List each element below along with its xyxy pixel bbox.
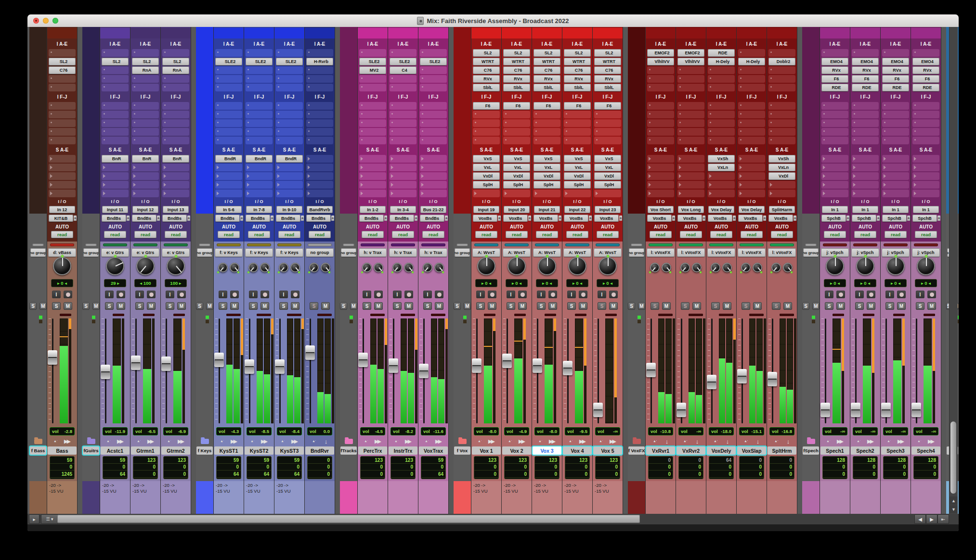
send-button[interactable]: VxS (503, 155, 530, 163)
scroll-menu-icon[interactable]: ☰ ▾ (41, 514, 58, 524)
insert-slot[interactable] (503, 137, 530, 144)
mute-button[interactable]: M (609, 302, 618, 310)
insert-slot[interactable] (882, 137, 909, 144)
solo-button[interactable]: S (802, 302, 809, 310)
output-button[interactable]: SpchB (852, 215, 876, 222)
mute-button[interactable]: M (177, 302, 186, 310)
fader-handle[interactable] (768, 372, 777, 386)
output-button[interactable]: BndBs (359, 215, 384, 222)
insert-slot[interactable] (420, 49, 447, 57)
pan-value-display[interactable]: ▸ 0 ◂ (885, 279, 907, 287)
send-slot[interactable] (49, 181, 76, 189)
insert-slot[interactable]: C76 (503, 66, 530, 74)
insert-slot[interactable] (677, 102, 704, 110)
insert-slot[interactable] (359, 119, 386, 127)
record-button[interactable] (177, 291, 186, 298)
insert-slot[interactable] (768, 84, 795, 91)
fader-track[interactable] (310, 318, 311, 423)
group-button[interactable]: l: vVoxFX (677, 248, 705, 257)
output-plus-icon[interactable]: + (907, 216, 910, 221)
fader-handle[interactable] (48, 350, 57, 365)
insert-button[interactable]: WTRT (473, 58, 500, 65)
insert-slot[interactable]: RVx (473, 75, 500, 83)
input-button[interactable]: Input 11 (102, 206, 128, 213)
output-button[interactable]: BndBs (132, 215, 156, 222)
send-slot[interactable]: VxDl (534, 172, 560, 180)
fader-handle[interactable] (131, 356, 141, 370)
solo-button[interactable]: S (772, 302, 781, 310)
insert-slot[interactable] (246, 128, 273, 136)
send-slot[interactable]: VxDl (503, 172, 530, 180)
jump-track-icon[interactable]: ▸ (29, 514, 39, 524)
send-slot[interactable] (49, 190, 76, 197)
input-monitor-button[interactable]: I (423, 291, 432, 298)
insert-slot[interactable] (420, 75, 447, 83)
group-button[interactable]: no group (455, 248, 470, 257)
double-arrow-icon[interactable]: ▶▶ (405, 438, 412, 445)
insert-button[interactable]: WTRT (503, 58, 530, 65)
insert-slot[interactable] (162, 84, 189, 91)
output-button[interactable]: KIT&B (49, 215, 73, 222)
record-button[interactable] (867, 291, 875, 298)
pan-knob[interactable] (538, 257, 556, 275)
pan-knob[interactable] (230, 263, 239, 272)
send-slot[interactable] (359, 181, 386, 189)
send-slot[interactable] (677, 164, 704, 171)
track-name[interactable]: VoxTrax (419, 446, 448, 455)
insert-slot[interactable] (912, 49, 939, 57)
insert-slot[interactable] (359, 75, 386, 83)
pan-knob[interactable] (309, 263, 319, 272)
track-name[interactable]: KysST2 (245, 446, 273, 455)
group-button[interactable]: no group (803, 248, 819, 257)
solo-button[interactable]: S (363, 302, 371, 310)
pan-value-display[interactable]: ◂ 100 (134, 279, 156, 287)
double-arrow-icon[interactable]: ▶▶ (147, 438, 154, 445)
insert-slot[interactable] (390, 84, 416, 91)
input-button[interactable]: In 1 (822, 206, 848, 213)
track-name[interactable]: f Vox (454, 446, 470, 455)
insert-slot[interactable] (738, 66, 765, 74)
pan-knob[interactable] (508, 257, 526, 275)
insert-slot[interactable] (276, 66, 303, 74)
insert-slot[interactable]: C76 (473, 66, 500, 74)
input-monitor-button[interactable]: I (249, 291, 258, 298)
track-name[interactable]: VoxDely (707, 446, 736, 455)
pan-knob[interactable] (167, 257, 185, 275)
output-button[interactable]: BndBs (420, 215, 444, 222)
automation-read-button[interactable]: read (824, 231, 846, 238)
pan-knob[interactable] (321, 263, 330, 272)
fader-handle[interactable] (881, 403, 891, 417)
comments-area[interactable]: -20 ->-15 VU (161, 481, 191, 514)
insert-slot[interactable] (821, 49, 848, 57)
send-slot[interactable]: BndR (246, 155, 273, 163)
insert-button[interactable]: SLE2 (276, 58, 303, 65)
track-name[interactable]: BndRvr (305, 446, 334, 455)
send-button[interactable]: BndR (215, 155, 242, 163)
send-button[interactable]: VxL (534, 164, 560, 171)
volume-display[interactable]: vol-4.5 (360, 427, 385, 435)
insert-slot[interactable] (852, 128, 879, 136)
updown-arrows-icon[interactable]: ▲▼ (683, 440, 687, 443)
automation-read-button[interactable]: read (915, 231, 937, 238)
automation-read-button[interactable]: read (218, 231, 240, 238)
mute-button[interactable]: M (638, 302, 645, 310)
insert-slot[interactable] (162, 102, 189, 110)
group-button[interactable]: f: v Keys (245, 248, 273, 257)
solo-button[interactable]: S (196, 302, 203, 310)
insert-slot[interactable]: SLE2 (420, 58, 447, 65)
group-button[interactable]: no group (629, 248, 644, 257)
insert-button[interactable]: H-Dely (738, 58, 765, 65)
insert-button[interactable]: C76 (473, 66, 500, 74)
insert-slot[interactable] (306, 111, 333, 118)
solo-button[interactable]: S (423, 302, 432, 310)
pan-value-display[interactable]: 29 ▸ (104, 279, 126, 287)
folder-icon[interactable] (345, 439, 353, 444)
mute-button[interactable]: M (64, 302, 72, 310)
insert-slot[interactable]: SL2 (564, 49, 591, 57)
pan-knob[interactable] (662, 263, 671, 272)
send-slot[interactable] (912, 164, 939, 171)
output-button[interactable]: VoxBs (503, 215, 528, 222)
title-bar[interactable]: Mix: Faith Riverside Assembly - Broadcas… (27, 14, 959, 27)
insert-slot[interactable] (534, 119, 560, 127)
send-slot[interactable] (132, 190, 159, 197)
